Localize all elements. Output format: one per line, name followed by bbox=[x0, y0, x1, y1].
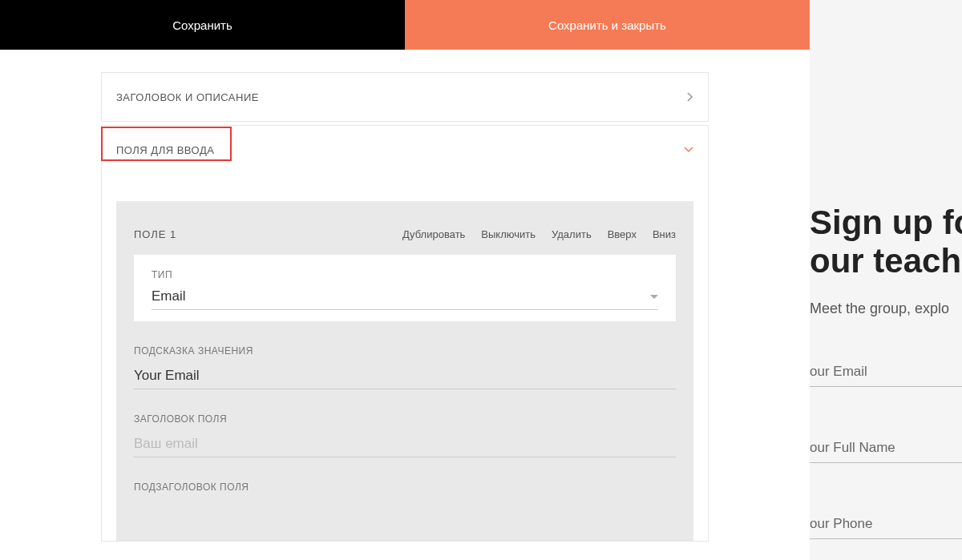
field-title-group: ЗАГОЛОВОК ПОЛЯ bbox=[134, 413, 676, 457]
field-1-actions: Дублировать Выключить Удалить Вверх Вниз bbox=[402, 228, 676, 240]
field-type-value: Email bbox=[152, 288, 186, 304]
field-1-name: ПОЛЕ 1 bbox=[134, 228, 176, 240]
action-delete[interactable]: Удалить bbox=[552, 228, 592, 240]
preview-heading-line2: our teache bbox=[810, 242, 962, 280]
panel-input-fields-label: ПОЛЯ ДЛЯ ВВОДА bbox=[116, 144, 214, 156]
preview-subheading: Meet the group, explo bbox=[810, 300, 962, 317]
toolbar-spacer bbox=[810, 0, 962, 50]
panel-input-fields-header[interactable]: ПОЛЯ ДЛЯ ВВОДА bbox=[102, 126, 708, 174]
chevron-right-icon bbox=[687, 92, 693, 102]
action-disable[interactable]: Выключить bbox=[481, 228, 536, 240]
field-hint-input[interactable] bbox=[134, 365, 676, 389]
save-close-button[interactable]: Сохранить и закрыть bbox=[405, 0, 810, 50]
top-toolbar: Сохранить Сохранить и закрыть bbox=[0, 0, 962, 50]
save-button[interactable]: Сохранить bbox=[0, 0, 405, 50]
action-move-down[interactable]: Вниз bbox=[653, 228, 676, 240]
caret-down-icon bbox=[650, 295, 658, 299]
field-subtitle-group: ПОДЗАГОЛОВОК ПОЛЯ bbox=[134, 481, 676, 493]
preview-heading-line1: Sign up fo bbox=[810, 203, 962, 242]
preview-field-phone[interactable]: our Phone bbox=[810, 516, 962, 539]
field-hint-label: ПОДСКАЗКА ЗНАЧЕНИЯ bbox=[134, 345, 676, 357]
field-hint-group: ПОДСКАЗКА ЗНАЧЕНИЯ bbox=[134, 345, 676, 389]
action-duplicate[interactable]: Дублировать bbox=[402, 228, 465, 240]
panel-title-description-label: ЗАГОЛОВОК И ОПИСАНИЕ bbox=[116, 91, 259, 103]
save-button-label: Сохранить bbox=[172, 18, 232, 32]
field-1-header: ПОЛЕ 1 Дублировать Выключить Удалить Вве… bbox=[116, 201, 693, 255]
field-title-label: ЗАГОЛОВОК ПОЛЯ bbox=[134, 413, 676, 425]
save-close-button-label: Сохранить и закрыть bbox=[548, 18, 666, 32]
field-type-label: ТИП bbox=[152, 269, 658, 280]
field-type-card: ТИП Email bbox=[134, 255, 676, 321]
panel-title-description[interactable]: ЗАГОЛОВОК И ОПИСАНИЕ bbox=[101, 72, 709, 122]
field-title-input[interactable] bbox=[134, 433, 676, 457]
field-subtitle-label: ПОДЗАГОЛОВОК ПОЛЯ bbox=[134, 481, 676, 493]
field-type-select[interactable]: Email bbox=[152, 288, 658, 310]
field-1-block: ПОЛЕ 1 Дублировать Выключить Удалить Вве… bbox=[116, 201, 693, 541]
panel-input-fields: ПОЛЯ ДЛЯ ВВОДА ПОЛЕ 1 Дублировать Выключ… bbox=[101, 125, 709, 542]
preview-field-email[interactable]: our Email bbox=[810, 364, 962, 387]
action-move-up[interactable]: Вверх bbox=[608, 228, 637, 240]
preview-panel: Sign up fo our teache Meet the group, ex… bbox=[810, 50, 962, 560]
chevron-down-icon bbox=[684, 147, 693, 153]
preview-field-name[interactable]: our Full Name bbox=[810, 440, 962, 463]
editor-area: ЗАГОЛОВОК И ОПИСАНИЕ ПОЛЯ ДЛЯ ВВОДА ПОЛЕ… bbox=[0, 50, 810, 560]
